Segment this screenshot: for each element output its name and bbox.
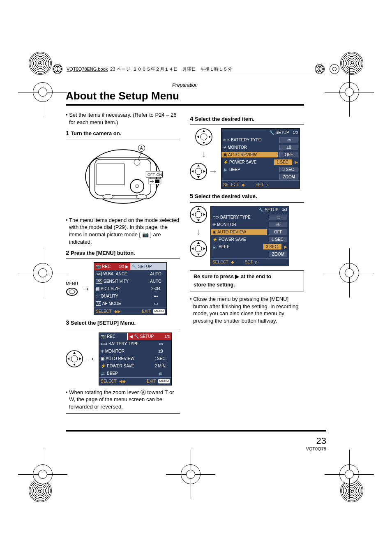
arrow-down-icon: ↓: [196, 226, 201, 238]
book-filename: VQT0Q78ENG.book: [67, 67, 108, 72]
svg-point-7: [103, 194, 113, 199]
tab-setup: ◀ 🔧 SETUP 1/3: [127, 333, 171, 340]
dpad-icon: [190, 206, 207, 223]
crop-target: [33, 263, 53, 283]
dpad-icon: [190, 163, 207, 180]
svg-point-3: [134, 159, 140, 166]
bottom-rule: [66, 430, 326, 432]
svg-rect-11: [155, 180, 159, 183]
svg-point-8: [136, 194, 147, 199]
manual-page: VQT0Q78ENG.book 23 ページ ２００５年２月１４日 月曜日 午後…: [0, 0, 392, 554]
step-4: 4 Select the desired item.: [190, 115, 304, 123]
marker-a: A: [140, 146, 143, 150]
title-rule: [66, 104, 304, 106]
arrow-down-icon: ↓: [202, 148, 206, 160]
page-number-block: 23 VQT0Q78: [306, 436, 326, 451]
arrow-right-icon: →: [81, 284, 90, 293]
doc-code: VQT0Q78: [306, 446, 326, 451]
svg-point-17: [71, 355, 78, 362]
step4-figure: ↓ → 🔧 SETUP 1/3 ⊂⊃ BATTERY TYPE▭ ✳ MONIT: [190, 128, 304, 189]
step-5: 5 Select the desired value.: [190, 192, 304, 200]
dpad-icon: [195, 128, 212, 145]
crop-target: [339, 263, 359, 283]
crop-target: [33, 464, 53, 484]
svg-point-5: [136, 185, 138, 188]
lcd-setup-menu: 📷 REC ◀ 🔧 SETUP 1/3 ⊂⊃ BATTERY TYPE▭ ✳ M…: [99, 332, 172, 385]
dpad-sequence: ↓: [190, 206, 207, 258]
step5-figure: ↓ 🔧 SETUP 1/3 ⊂⊃ BATTERY TYPE▭ ✳ MONITOR…: [190, 206, 304, 266]
dpad-icon: [66, 350, 83, 367]
press-note: Be sure to press ▶ at the end to store t…: [190, 270, 304, 292]
header-rule: [45, 75, 347, 75]
step3-figure: → 📷 REC ◀ 🔧 SETUP 1/3 ⊂⊃ BATTERY TYPE▭ ✳…: [66, 332, 180, 385]
lcd-step4: 🔧 SETUP 1/3 ⊂⊃ BATTERY TYPE▭ ✳ MONITOR±0…: [221, 128, 300, 189]
section-label: Preparation: [66, 82, 304, 88]
tab-setup: 🔧 SETUP 1/3: [211, 206, 289, 214]
crop-target: [181, 464, 201, 484]
tab-setup: 🔧 SETUP: [130, 263, 166, 270]
step-3: 3 Select the [SETUP] Menu.: [66, 319, 180, 327]
switch-on-label: ON: [157, 173, 162, 177]
camera-illustration: OFF ON A: [82, 143, 164, 212]
dpad-icon: [190, 240, 207, 257]
page-content: Preparation About the Setup Menu • Set t…: [66, 82, 304, 414]
closing-bullet: • Close the menu by pressing the [MENU] …: [193, 295, 304, 324]
book-header: VQT0Q78ENG.book 23 ページ ２００５年２月１４日 月曜日 午後…: [53, 64, 339, 74]
lcd-rec-menu: 📷 REC 1/2 ▶ 🔧 SETUP WB W.BALANCEAUTO ISO…: [94, 262, 167, 315]
page-number: 23: [306, 436, 326, 446]
tab-setup: 🔧 SETUP 1/3: [221, 129, 300, 136]
intro-bullet: • Set the items if necessary. (Refer to …: [69, 111, 180, 126]
menu-button-icon: MENU: [66, 281, 78, 297]
book-date-jp: ２００５年２月１４日 月曜日 午後１時１５分: [133, 66, 232, 72]
crop-target: [33, 82, 53, 102]
svg-rect-6: [97, 164, 124, 185]
dpad-sequence: ↓ →: [190, 128, 218, 180]
rosette-icon: [53, 64, 62, 74]
left-column: • Set the items if necessary. (Refer to …: [66, 111, 180, 414]
tab-rec: 📷 REC 1/2 ▶: [94, 263, 130, 270]
svg-point-15: [69, 290, 75, 294]
crop-rosette: [340, 52, 363, 75]
rosette-icon: [315, 64, 325, 74]
svg-point-19: [201, 134, 207, 140]
note-after-step1: • The menu items depend on the mode sele…: [69, 217, 180, 245]
lcd-step5: 🔧 SETUP 1/3 ⊂⊃ BATTERY TYPE▭ ✳ MONITOR±0…: [210, 206, 289, 266]
arrow-right-icon: →: [86, 354, 95, 363]
tab-rec: 📷 REC: [99, 333, 127, 340]
svg-point-25: [195, 245, 202, 252]
step2-figure: MENU → 📷 REC 1/2 ▶ 🔧 SETUP WB W.BALANCEA…: [66, 262, 180, 315]
note-after-step3: • When rotating the zoom lever Ⓐ toward …: [69, 389, 180, 411]
crop-rosette: [29, 52, 52, 75]
crop-target: [339, 464, 359, 484]
crop-target: [339, 82, 359, 102]
right-column: 4 Select the desired item. ↓ →: [190, 111, 304, 414]
arrow-right-icon: →: [209, 167, 218, 176]
step-1: 1 Turn the camera on.: [66, 129, 180, 137]
svg-point-21: [195, 168, 202, 175]
step-2: 2 Press the [MENU] button.: [66, 249, 180, 257]
switch-off-label: OFF: [148, 173, 155, 177]
target-icon: [330, 64, 339, 74]
book-page-jp: 23 ページ: [110, 66, 130, 72]
svg-point-23: [195, 211, 202, 218]
page-title: About the Setup Menu: [66, 90, 304, 102]
